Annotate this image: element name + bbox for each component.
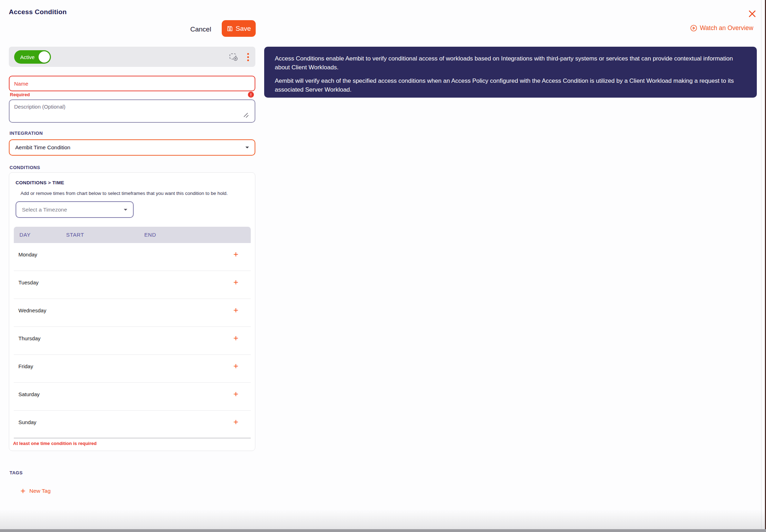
save-button[interactable]: Save <box>222 20 256 37</box>
column-header-start: START <box>66 232 84 238</box>
page-title: Access Condition <box>9 8 67 16</box>
column-header-end: END <box>144 232 156 238</box>
day-label: Wednesday <box>18 307 46 313</box>
day-label: Friday <box>18 363 33 369</box>
chevron-down-icon <box>245 146 249 149</box>
plus-icon: + <box>21 487 25 495</box>
day-label: Saturday <box>18 391 40 397</box>
timezone-select-placeholder: Select a Timezone <box>22 207 67 213</box>
watch-overview-link[interactable]: Watch an Overview <box>690 24 753 32</box>
add-time-button[interactable]: + <box>231 389 241 399</box>
day-label: Tuesday <box>18 279 39 285</box>
conditions-time-heading: CONDITIONS > TIME <box>16 180 64 185</box>
scrollbar-gutter[interactable] <box>761 0 765 532</box>
conditions-time-description: Add or remove times from chart below to … <box>21 191 228 196</box>
table-row-monday: Monday + <box>14 243 251 271</box>
conditions-time-panel: CONDITIONS > TIME Add or remove times fr… <box>9 172 255 451</box>
name-input[interactable] <box>9 76 255 91</box>
new-tag-button[interactable]: + New Tag <box>21 487 51 495</box>
table-row-wednesday: Wednesday + <box>14 299 251 327</box>
conditions-section-label: CONDITIONS <box>10 165 40 170</box>
save-button-label: Save <box>236 25 251 33</box>
table-row-tuesday: Tuesday + <box>14 271 251 299</box>
table-row-sunday: Sunday + <box>14 411 251 439</box>
integration-select[interactable]: Aembit Time Condition <box>9 139 255 156</box>
integration-select-value: Aembit Time Condition <box>15 144 70 151</box>
watch-overview-label: Watch an Overview <box>700 24 753 32</box>
toggle-knob <box>39 51 50 63</box>
column-header-day: DAY <box>19 232 31 238</box>
info-paragraph: Aembit will verify each of the specified… <box>275 76 746 94</box>
add-time-button[interactable]: + <box>231 361 241 371</box>
description-input[interactable] <box>9 99 255 123</box>
play-circle-icon <box>690 24 697 32</box>
bottom-bar <box>0 529 766 532</box>
scope-add-icon <box>228 52 238 62</box>
add-time-button[interactable]: + <box>231 277 241 288</box>
day-label: Monday <box>18 251 37 258</box>
time-condition-required-error: At least one time condition is required <box>13 441 97 446</box>
integration-section-label: INTEGRATION <box>10 131 43 136</box>
status-bar: Active <box>9 47 255 67</box>
active-toggle-label: Active <box>20 54 35 60</box>
chevron-down-icon <box>123 208 128 211</box>
cancel-button[interactable]: Cancel <box>187 24 215 35</box>
add-time-button[interactable]: + <box>231 417 241 427</box>
info-box: Access Conditions enable Aembit to verif… <box>264 47 757 98</box>
active-toggle[interactable]: Active <box>14 50 51 64</box>
name-required-error: Required <box>10 92 30 97</box>
table-header-row: DAY START END <box>14 227 251 243</box>
info-paragraph: Access Conditions enable Aembit to verif… <box>275 54 746 72</box>
table-row-friday: Friday + <box>14 355 251 383</box>
table-row-thursday: Thursday + <box>14 327 251 355</box>
add-time-button[interactable]: + <box>231 305 241 316</box>
day-label: Thursday <box>18 335 41 341</box>
close-button[interactable] <box>746 8 758 20</box>
new-tag-label: New Tag <box>29 488 51 494</box>
timezone-select[interactable]: Select a Timezone <box>16 201 134 218</box>
bottom-fade <box>0 509 766 529</box>
tags-section-label: TAGS <box>10 470 23 475</box>
floppy-disk-icon <box>226 25 233 32</box>
kebab-menu-icon[interactable] <box>244 51 252 63</box>
day-label: Sunday <box>18 419 36 425</box>
add-time-button[interactable]: + <box>231 249 241 260</box>
access-condition-dialog: Access Condition Cancel Save Watch an Ov… <box>0 0 766 532</box>
error-badge-icon: ! <box>248 92 254 98</box>
set-scope-button[interactable] <box>228 52 238 62</box>
add-time-button[interactable]: + <box>231 333 241 343</box>
table-row-saturday: Saturday + <box>14 383 251 411</box>
time-conditions-table: DAY START END Monday + Tuesday + Wednesd… <box>14 227 251 439</box>
close-icon <box>748 10 756 18</box>
